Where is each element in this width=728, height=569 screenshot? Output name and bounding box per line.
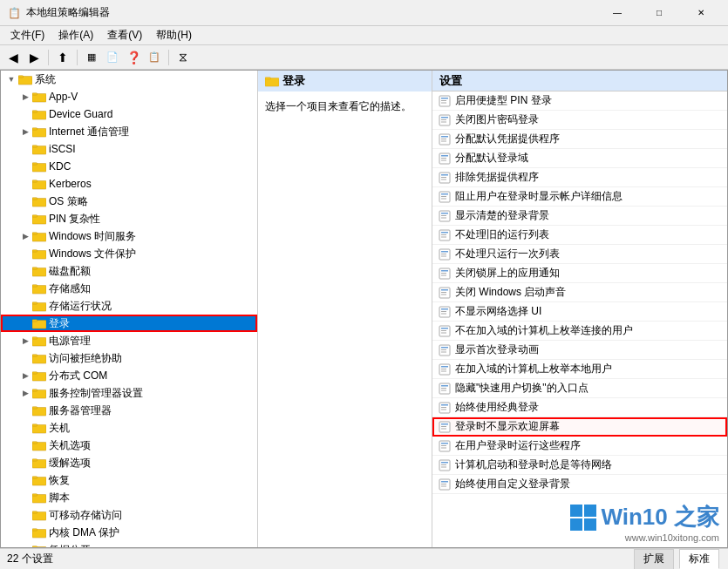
tree-item[interactable]: OS 策略	[1, 193, 257, 210]
back-button[interactable]: ◀	[3, 48, 23, 67]
expand-icon[interactable]: ▶	[18, 334, 32, 348]
settings-item[interactable]: 关闭图片密码登录	[432, 111, 727, 130]
svg-rect-57	[265, 77, 270, 78]
minimize-button[interactable]: —	[597, 0, 637, 26]
tree-item[interactable]: 存储运行状况	[1, 297, 257, 315]
up-button[interactable]: ⬆	[53, 48, 72, 67]
folder-icon	[32, 387, 46, 399]
svg-rect-63	[441, 117, 448, 119]
folder-icon	[32, 352, 46, 364]
svg-rect-115	[441, 366, 448, 368]
settings-item[interactable]: 始终使用经典登录	[432, 398, 727, 417]
tree-item[interactable]: ▶ App-V	[1, 88, 257, 105]
forward-button[interactable]: ▶	[24, 48, 44, 67]
settings-item[interactable]: 显示首次登录动画	[432, 341, 727, 360]
tree-item[interactable]: 内核 DMA 保护	[1, 524, 257, 541]
tree-item[interactable]: ▶ Internet 通信管理	[1, 123, 257, 140]
setting-icon	[438, 439, 452, 453]
expand-icon[interactable]: ▶	[18, 229, 32, 243]
settings-item[interactable]: 分配默认登录域	[432, 149, 727, 168]
expand-icon[interactable]: ▶	[18, 125, 32, 139]
settings-item[interactable]: 始终使用自定义登录背景	[432, 475, 727, 494]
close-button[interactable]: ✕	[681, 0, 721, 26]
expand-icon[interactable]: ▶	[18, 386, 32, 400]
tree-item[interactable]: 关机	[1, 419, 257, 437]
filter-button[interactable]: ⧖	[173, 48, 193, 67]
svg-rect-105	[441, 313, 446, 314]
show-hide-button[interactable]: ▦	[82, 48, 101, 67]
settings-item[interactable]: 排除凭据提供程序	[432, 168, 727, 187]
settings-item[interactable]: 隐藏"快速用户切换"的入口点	[432, 379, 727, 398]
tree-item[interactable]: iSCSI	[1, 140, 257, 158]
tree-item[interactable]: 磁盘配额	[1, 262, 257, 280]
tree-item[interactable]: 可移动存储访问	[1, 506, 257, 524]
export-button[interactable]: 📋	[145, 48, 164, 67]
svg-rect-136	[441, 464, 446, 465]
tree-item[interactable]: PIN 复杂性	[1, 210, 257, 227]
menu-file[interactable]: 文件(F)	[3, 26, 51, 44]
tree-item[interactable]: 服务器管理器	[1, 402, 257, 419]
expand-icon[interactable]: ▶	[18, 369, 32, 383]
menu-help[interactable]: 帮助(H)	[149, 26, 199, 44]
setting-icon	[438, 152, 452, 166]
tree-item[interactable]: Device Guard	[1, 105, 257, 123]
properties-button[interactable]: 📄	[103, 48, 122, 67]
settings-item[interactable]: 计算机启动和登录时总是等待网络	[432, 456, 727, 475]
tree-item[interactable]: ▶ 分布式 COM	[1, 367, 257, 384]
status-bar: 22 个设置 扩展 标准	[0, 548, 728, 569]
tree-item-label: 可移动存储访问	[49, 508, 122, 523]
svg-rect-55	[32, 545, 37, 547]
tree-item[interactable]: Kerberos	[1, 175, 257, 193]
tree-item[interactable]: 登录	[1, 315, 257, 332]
svg-rect-101	[441, 294, 446, 295]
expand-placeholder	[18, 351, 32, 365]
folder-icon	[32, 213, 46, 225]
tree-item[interactable]: ▶ Windows 时间服务	[1, 227, 257, 245]
svg-rect-91	[441, 251, 448, 253]
settings-item[interactable]: 不显示网络选择 UI	[432, 302, 727, 322]
settings-item[interactable]: 启用便捷型 PIN 登录	[432, 91, 727, 111]
settings-item[interactable]: 不在加入域的计算机上枚举连接的用户	[432, 322, 727, 341]
tab-expand[interactable]: 扩展	[634, 549, 674, 569]
expand-placeholder	[18, 212, 32, 226]
tree-item[interactable]: 脚本	[1, 489, 257, 506]
menu-action[interactable]: 操作(A)	[51, 26, 100, 44]
settings-item[interactable]: 显示清楚的登录背景	[432, 207, 727, 226]
folder-icon	[32, 195, 46, 207]
tree-item[interactable]: 缓解选项	[1, 454, 257, 471]
settings-item[interactable]: 不处理旧的运行列表	[432, 226, 727, 245]
settings-item[interactable]: 阻止用户在登录时显示帐户详细信息	[432, 187, 727, 207]
toolbar: ◀ ▶ ⬆ ▦ 📄 ❓ 📋 ⧖	[0, 45, 728, 70]
settings-item[interactable]: 不处理只运行一次列表	[432, 245, 727, 264]
expand-icon[interactable]: ▶	[18, 90, 32, 104]
settings-item[interactable]: 在用户登录时运行这些程序	[432, 437, 727, 456]
setting-label: 启用便捷型 PIN 登录	[455, 93, 552, 108]
svg-rect-29	[32, 319, 37, 321]
menu-view[interactable]: 查看(V)	[100, 26, 149, 44]
maximize-button[interactable]: □	[639, 0, 679, 26]
settings-item[interactable]: 在加入域的计算机上枚举本地用户	[432, 360, 727, 379]
svg-rect-92	[441, 254, 446, 254]
settings-item[interactable]: 关闭 Windows 启动声音	[432, 283, 727, 302]
tree-item[interactable]: 恢复	[1, 471, 257, 489]
tree-item-label: 访问被拒绝协助	[49, 351, 122, 366]
tree-item[interactable]: 关机选项	[1, 437, 257, 454]
expand-placeholder	[18, 525, 32, 539]
help-button[interactable]: ❓	[124, 48, 143, 67]
tree-item[interactable]: Windows 文件保护	[1, 245, 257, 262]
tree-item[interactable]: ▼ 系统	[1, 71, 257, 88]
folder-icon	[32, 422, 46, 434]
expand-placeholder	[18, 316, 32, 330]
tree-item[interactable]: ▶ 服务控制管理器设置	[1, 384, 257, 402]
tree-item[interactable]: ▶ 电源管理	[1, 332, 257, 349]
svg-rect-76	[441, 177, 446, 178]
tree-item[interactable]: 存储感知	[1, 280, 257, 297]
tree-item[interactable]: 凭据公开	[1, 541, 257, 547]
settings-item[interactable]: 登录时不显示欢迎屏幕	[432, 417, 727, 437]
settings-item[interactable]: 关闭锁屏上的应用通知	[432, 264, 727, 283]
tree-item[interactable]: 访问被拒绝协助	[1, 349, 257, 367]
tab-standard[interactable]: 标准	[679, 549, 719, 569]
tree-item[interactable]: KDC	[1, 158, 257, 175]
expand-icon[interactable]: ▼	[4, 72, 18, 86]
settings-item[interactable]: 分配默认凭据提供程序	[432, 130, 727, 149]
